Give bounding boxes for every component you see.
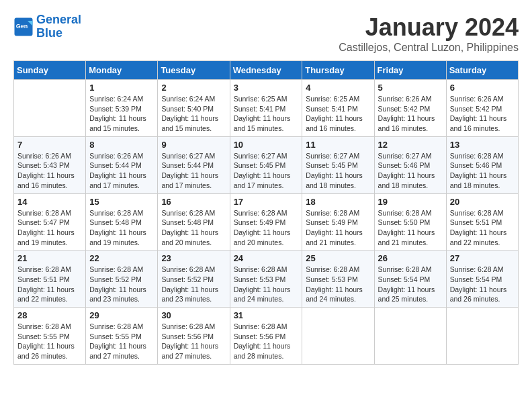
cell-content: Sunrise: 6:28 AMSunset: 5:53 PMDaylight:… [306, 265, 370, 304]
day-number: 30 [161, 310, 226, 320]
calendar-cell [302, 308, 374, 365]
day-number: 25 [306, 253, 370, 263]
day-number: 8 [89, 140, 154, 150]
day-number: 29 [89, 310, 154, 320]
calendar-cell: 8Sunrise: 6:26 AMSunset: 5:44 PMDaylight… [86, 136, 158, 193]
calendar-header-row: SundayMondayTuesdayWednesdayThursdayFrid… [14, 61, 519, 80]
day-number: 7 [17, 140, 82, 150]
calendar-cell: 18Sunrise: 6:28 AMSunset: 5:49 PMDayligh… [302, 193, 374, 250]
day-number: 12 [378, 140, 443, 150]
cell-content: Sunrise: 6:28 AMSunset: 5:49 PMDaylight:… [306, 208, 370, 248]
cell-content: Sunrise: 6:28 AMSunset: 5:54 PMDaylight:… [378, 265, 443, 304]
day-number: 28 [17, 310, 82, 320]
cell-content: Sunrise: 6:26 AMSunset: 5:42 PMDaylight:… [378, 94, 443, 134]
cell-content: Sunrise: 6:25 AMSunset: 5:41 PMDaylight:… [306, 94, 370, 134]
calendar-cell: 9Sunrise: 6:27 AMSunset: 5:44 PMDaylight… [158, 136, 230, 193]
cell-content: Sunrise: 6:28 AMSunset: 5:48 PMDaylight:… [161, 208, 226, 248]
day-number: 27 [450, 253, 515, 263]
calendar-cell: 6Sunrise: 6:26 AMSunset: 5:42 PMDaylight… [446, 80, 518, 137]
calendar-cell: 21Sunrise: 6:28 AMSunset: 5:51 PMDayligh… [14, 250, 86, 308]
cell-content: Sunrise: 6:28 AMSunset: 5:53 PMDaylight:… [234, 265, 299, 304]
day-number: 19 [378, 197, 443, 207]
cell-content: Sunrise: 6:28 AMSunset: 5:56 PMDaylight:… [161, 322, 226, 361]
calendar-cell: 27Sunrise: 6:28 AMSunset: 5:54 PMDayligh… [446, 250, 518, 308]
calendar-cell: 13Sunrise: 6:28 AMSunset: 5:46 PMDayligh… [446, 136, 518, 193]
calendar-cell: 28Sunrise: 6:28 AMSunset: 5:55 PMDayligh… [14, 308, 86, 365]
day-number: 1 [89, 83, 154, 93]
cell-content: Sunrise: 6:28 AMSunset: 5:51 PMDaylight:… [17, 265, 82, 304]
day-header-thursday: Thursday [302, 61, 374, 80]
cell-content: Sunrise: 6:28 AMSunset: 5:48 PMDaylight:… [89, 208, 154, 248]
day-number: 4 [306, 83, 370, 93]
day-header-friday: Friday [374, 61, 446, 80]
cell-content: Sunrise: 6:28 AMSunset: 5:52 PMDaylight:… [89, 265, 154, 304]
svg-text:Gen: Gen [16, 22, 28, 29]
calendar-cell: 25Sunrise: 6:28 AMSunset: 5:53 PMDayligh… [302, 250, 374, 308]
day-header-saturday: Saturday [446, 61, 518, 80]
cell-content: Sunrise: 6:24 AMSunset: 5:39 PMDaylight:… [89, 94, 154, 134]
day-number: 14 [17, 197, 82, 207]
logo: Gen General Blue [13, 13, 81, 40]
day-header-sunday: Sunday [14, 61, 86, 80]
calendar-cell: 7Sunrise: 6:26 AMSunset: 5:43 PMDaylight… [14, 136, 86, 193]
month-title: January 2024 [339, 13, 519, 42]
cell-content: Sunrise: 6:27 AMSunset: 5:46 PMDaylight:… [378, 151, 443, 191]
calendar-cell: 14Sunrise: 6:28 AMSunset: 5:47 PMDayligh… [14, 193, 86, 250]
calendar-cell: 11Sunrise: 6:27 AMSunset: 5:45 PMDayligh… [302, 136, 374, 193]
day-number: 15 [89, 197, 154, 207]
calendar-cell: 16Sunrise: 6:28 AMSunset: 5:48 PMDayligh… [158, 193, 230, 250]
calendar-cell: 12Sunrise: 6:27 AMSunset: 5:46 PMDayligh… [374, 136, 446, 193]
day-header-wednesday: Wednesday [230, 61, 302, 80]
cell-content: Sunrise: 6:28 AMSunset: 5:55 PMDaylight:… [89, 322, 154, 361]
cell-content: Sunrise: 6:28 AMSunset: 5:49 PMDaylight:… [234, 208, 299, 248]
day-number: 11 [306, 140, 370, 150]
cell-content: Sunrise: 6:28 AMSunset: 5:54 PMDaylight:… [450, 265, 515, 304]
cell-content: Sunrise: 6:28 AMSunset: 5:52 PMDaylight:… [161, 265, 226, 304]
calendar-cell: 31Sunrise: 6:28 AMSunset: 5:56 PMDayligh… [230, 308, 302, 365]
calendar-cell: 1Sunrise: 6:24 AMSunset: 5:39 PMDaylight… [86, 80, 158, 137]
calendar-week-1: 1Sunrise: 6:24 AMSunset: 5:39 PMDaylight… [14, 80, 519, 137]
calendar-cell: 29Sunrise: 6:28 AMSunset: 5:55 PMDayligh… [86, 308, 158, 365]
day-number: 9 [161, 140, 226, 150]
day-number: 18 [306, 197, 370, 207]
cell-content: Sunrise: 6:27 AMSunset: 5:45 PMDaylight:… [306, 151, 370, 191]
calendar-cell: 23Sunrise: 6:28 AMSunset: 5:52 PMDayligh… [158, 250, 230, 308]
calendar-cell: 3Sunrise: 6:25 AMSunset: 5:41 PMDaylight… [230, 80, 302, 137]
title-area: January 2024 Castillejos, Central Luzon,… [339, 13, 519, 54]
location: Castillejos, Central Luzon, Philippines [339, 42, 519, 54]
calendar-cell: 15Sunrise: 6:28 AMSunset: 5:48 PMDayligh… [86, 193, 158, 250]
calendar-cell: 17Sunrise: 6:28 AMSunset: 5:49 PMDayligh… [230, 193, 302, 250]
day-number: 13 [450, 140, 515, 150]
calendar-week-5: 28Sunrise: 6:28 AMSunset: 5:55 PMDayligh… [14, 308, 519, 365]
calendar-cell: 20Sunrise: 6:28 AMSunset: 5:51 PMDayligh… [446, 193, 518, 250]
calendar-cell: 10Sunrise: 6:27 AMSunset: 5:45 PMDayligh… [230, 136, 302, 193]
calendar-cell: 26Sunrise: 6:28 AMSunset: 5:54 PMDayligh… [374, 250, 446, 308]
day-number: 22 [89, 253, 154, 263]
cell-content: Sunrise: 6:28 AMSunset: 5:55 PMDaylight:… [17, 322, 82, 361]
day-number: 21 [17, 253, 82, 263]
logo-icon: Gen [13, 17, 34, 37]
day-number: 17 [234, 197, 299, 207]
day-number: 5 [378, 83, 443, 93]
day-number: 20 [450, 197, 515, 207]
calendar-cell: 19Sunrise: 6:28 AMSunset: 5:50 PMDayligh… [374, 193, 446, 250]
day-number: 26 [378, 253, 443, 263]
day-number: 16 [161, 197, 226, 207]
day-number: 24 [234, 253, 299, 263]
calendar-week-3: 14Sunrise: 6:28 AMSunset: 5:47 PMDayligh… [14, 193, 519, 250]
logo-line2: Blue [36, 26, 62, 40]
calendar-week-2: 7Sunrise: 6:26 AMSunset: 5:43 PMDaylight… [14, 136, 519, 193]
day-number: 10 [234, 140, 299, 150]
calendar-cell [446, 308, 518, 365]
cell-content: Sunrise: 6:28 AMSunset: 5:56 PMDaylight:… [234, 322, 299, 361]
cell-content: Sunrise: 6:28 AMSunset: 5:51 PMDaylight:… [450, 208, 515, 248]
day-number: 3 [234, 83, 299, 93]
cell-content: Sunrise: 6:27 AMSunset: 5:45 PMDaylight:… [234, 151, 299, 191]
calendar-cell: 30Sunrise: 6:28 AMSunset: 5:56 PMDayligh… [158, 308, 230, 365]
calendar-cell: 2Sunrise: 6:24 AMSunset: 5:40 PMDaylight… [158, 80, 230, 137]
calendar-cell: 24Sunrise: 6:28 AMSunset: 5:53 PMDayligh… [230, 250, 302, 308]
cell-content: Sunrise: 6:28 AMSunset: 5:46 PMDaylight:… [450, 151, 515, 191]
logo-line1: General [36, 13, 81, 26]
day-number: 6 [450, 83, 515, 93]
cell-content: Sunrise: 6:28 AMSunset: 5:47 PMDaylight:… [17, 208, 82, 248]
